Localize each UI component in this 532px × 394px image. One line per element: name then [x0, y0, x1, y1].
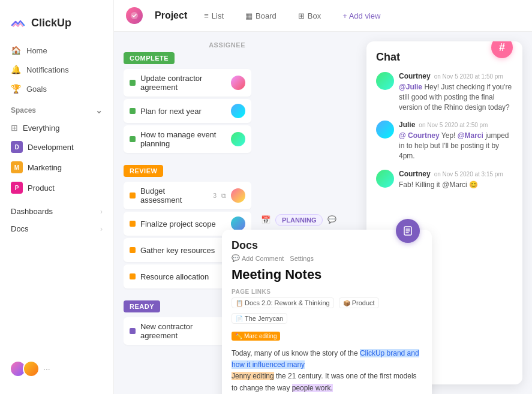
dashboards-label: Dashboards: [11, 207, 53, 216]
marketing-label: Marketing: [28, 163, 62, 172]
avatar: [376, 170, 394, 188]
tag-badge-planning[interactable]: PLANNING: [275, 214, 323, 226]
user-avatar-stack: [10, 360, 40, 377]
subtask-icon: ⧉: [221, 192, 226, 200]
sidebar-item-docs[interactable]: Docs ›: [5, 220, 109, 237]
avatar: [231, 216, 245, 231]
avatar: [231, 132, 245, 146]
tab-box[interactable]: ⊞ Box: [293, 9, 326, 23]
tab-board[interactable]: ▦ Board: [241, 9, 281, 23]
sidebar-item-goals[interactable]: 🏆 Goals: [5, 79, 109, 98]
comment-icon: 💬: [232, 254, 240, 262]
table-row[interactable]: Budget assessment 3 ⧉: [124, 182, 251, 209]
tag-row-planning: 📅 PLANNING 💬: [261, 214, 357, 226]
chat-timestamp: on Nov 5 2020 at 2:50 pm: [419, 122, 488, 128]
chevron-right-icon: ›: [100, 207, 103, 216]
doc-text-editing-highlight: Jenny editing: [232, 372, 274, 380]
task-status-dot: [130, 221, 136, 227]
chat-timestamp: on Nov 5 2020 at 1:50 pm: [434, 73, 503, 80]
chat-text: @Julie Hey! Just checking if you're stil…: [399, 82, 513, 112]
list-tab-label: List: [212, 11, 224, 20]
chat-text: Fab! Killing it @Marci 😊: [399, 180, 513, 190]
avatar-user2: [23, 360, 40, 377]
chat-text: @ Courtney Yep! @Marci jumped in to help…: [399, 131, 513, 161]
main-content: Project ≡ List ▦ Board ⊞ Box + Add view …: [114, 0, 532, 394]
content-area: ASSIGNEE COMPLETE Update contractor agre…: [114, 32, 532, 394]
assignee-column-header: ASSIGNEE: [124, 41, 251, 52]
add-view-button[interactable]: + Add view: [338, 9, 385, 23]
sidebar-item-development[interactable]: D Development: [5, 137, 109, 157]
task-name: Resource allocation: [140, 272, 226, 281]
page-link-3[interactable]: 📄 The Jerrycan: [232, 313, 287, 324]
table-row[interactable]: Plan for next year: [124, 99, 251, 123]
chat-timestamp: on Nov 5 2020 at 3:15 pm: [434, 171, 503, 178]
sidebar-item-dashboards[interactable]: Dashboards ›: [5, 203, 109, 220]
section-ready-header: READY: [124, 300, 160, 312]
chat-username: Courtney: [399, 170, 431, 178]
task-name: Finalize project scope: [140, 219, 226, 228]
avatar: [231, 104, 245, 118]
chat-message-1: Courtney on Nov 5 2020 at 1:50 pm @Julie…: [376, 72, 513, 112]
table-row[interactable]: Update contractor agreement: [124, 69, 251, 97]
doc-icon: 📋: [236, 300, 243, 306]
sidebar-item-marketing[interactable]: M Marketing: [5, 157, 109, 178]
sidebar-goals-label: Goals: [26, 85, 47, 94]
chat-mention: @Julie: [399, 83, 422, 91]
chat-username: Julie: [399, 121, 415, 129]
grid-icon: ⊞: [11, 123, 18, 133]
doc-text-highlight-purple: people work.: [292, 384, 333, 392]
docs-floating-button[interactable]: [396, 219, 420, 243]
sidebar: ClickUp 🏠 Home 🔔 Notifications 🏆 Goals S…: [0, 0, 114, 394]
more-users-icon[interactable]: ···: [43, 364, 50, 374]
chat-mention: @ Courtney: [399, 131, 440, 140]
tab-list[interactable]: ≡ List: [199, 9, 229, 23]
task-name: Budget assessment: [140, 187, 208, 204]
bottom-nav: Dashboards › Docs ›: [0, 198, 113, 237]
page-link-label: Docs 2.0: Rework & Thinking: [245, 299, 330, 306]
docs-panel-title: Docs: [232, 239, 422, 252]
sidebar-item-notifications[interactable]: 🔔 Notifications: [5, 60, 109, 79]
task-name: Gather key resources: [140, 246, 226, 255]
task-section-complete: COMPLETE Update contractor agreement Pla…: [124, 52, 251, 153]
task-status-dot: [130, 247, 136, 253]
edit-icon: ✏️: [235, 333, 242, 339]
meeting-notes-title: Meeting Notes: [232, 267, 422, 282]
chat-message-header: Courtney on Nov 5 2020 at 3:15 pm: [399, 170, 513, 178]
logo-text: ClickUp: [31, 17, 71, 29]
task-status-dot: [130, 273, 136, 279]
task-status-dot: [130, 80, 136, 86]
spaces-expand-icon[interactable]: ⌄: [95, 106, 103, 115]
avatar: [376, 121, 394, 139]
sidebar-item-home[interactable]: 🏠 Home: [5, 41, 109, 60]
table-row[interactable]: How to manage event planning: [124, 125, 251, 153]
project-icon: [126, 7, 143, 24]
spaces-label: Spaces: [11, 106, 36, 115]
edit-badge: ✏️ Marc editing: [232, 332, 280, 341]
page-link-1[interactable]: 📋 Docs 2.0: Rework & Thinking: [232, 297, 334, 308]
chat-bubble: Courtney on Nov 5 2020 at 1:50 pm @Julie…: [399, 72, 513, 112]
settings-button[interactable]: Settings: [290, 255, 314, 262]
task-status-dot: [130, 136, 136, 142]
task-name: New contractor agreement: [140, 322, 226, 340]
page-link-label: The Jerrycan: [245, 315, 283, 322]
add-comment-button[interactable]: 💬 Add Comment: [232, 254, 284, 262]
chat-icon: 💬: [327, 215, 337, 225]
sidebar-item-everything[interactable]: ⊞ Everything: [5, 119, 109, 137]
docs-actions: 💬 Add Comment Settings: [232, 254, 422, 262]
logo-area: ClickUp: [0, 10, 113, 41]
board-tab-label: Board: [256, 11, 276, 20]
chat-message-2: Julie on Nov 5 2020 at 2:50 pm @ Courtne…: [376, 121, 513, 161]
product-space-icon: P: [11, 182, 23, 194]
goals-icon: 🏆: [11, 84, 20, 94]
sidebar-item-product[interactable]: P Product: [5, 178, 109, 198]
page-link-2[interactable]: 📦 Product: [339, 297, 379, 308]
avatar: [231, 188, 245, 203]
spaces-section-title: Spaces ⌄: [0, 98, 113, 119]
page-link-label: Product: [352, 299, 375, 306]
doc-icon: 📄: [236, 315, 243, 322]
chat-mention-marci: @Marci: [458, 131, 483, 140]
docs-label: Docs: [11, 224, 29, 233]
chevron-right-docs-icon: ›: [100, 225, 103, 233]
topbar: Project ≡ List ▦ Board ⊞ Box + Add view: [114, 0, 532, 32]
section-complete-header: COMPLETE: [124, 52, 175, 64]
